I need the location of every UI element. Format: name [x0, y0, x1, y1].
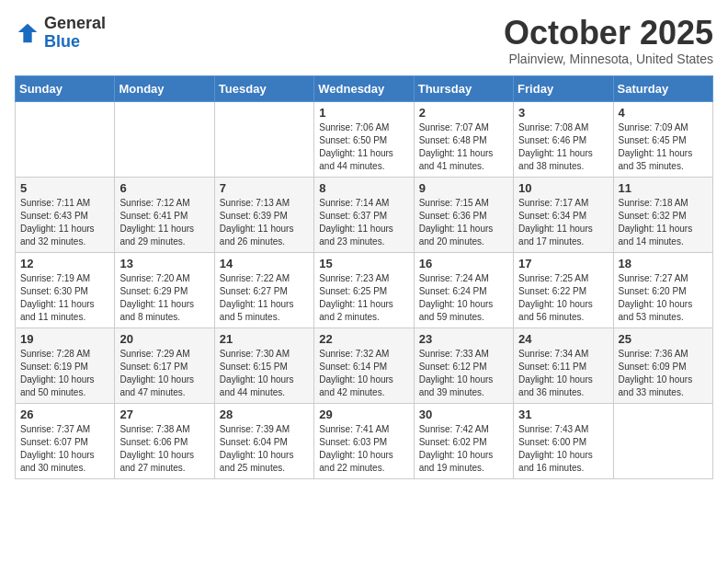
calendar-cell	[613, 403, 712, 478]
day-info: Sunrise: 7:19 AM Sunset: 6:30 PM Dayligh…	[20, 272, 109, 324]
day-number: 10	[518, 181, 608, 195]
day-number: 22	[319, 332, 408, 346]
weekday-header-saturday: Saturday	[613, 75, 712, 101]
day-number: 6	[119, 181, 209, 195]
day-info: Sunrise: 7:07 AM Sunset: 6:48 PM Dayligh…	[419, 121, 508, 173]
day-number: 25	[619, 332, 708, 346]
day-number: 20	[119, 332, 209, 346]
calendar-cell: 1Sunrise: 7:06 AM Sunset: 6:50 PM Daylig…	[314, 101, 414, 177]
weekday-header-sunday: Sunday	[16, 75, 115, 101]
calendar-cell: 16Sunrise: 7:24 AM Sunset: 6:24 PM Dayli…	[414, 252, 513, 327]
day-info: Sunrise: 7:28 AM Sunset: 6:19 PM Dayligh…	[20, 348, 109, 399]
day-number: 19	[20, 332, 109, 346]
day-number: 14	[220, 257, 309, 270]
calendar-cell: 28Sunrise: 7:39 AM Sunset: 6:04 PM Dayli…	[214, 403, 313, 478]
day-number: 29	[319, 408, 408, 421]
calendar-table: SundayMondayTuesdayWednesdayThursdayFrid…	[15, 75, 713, 479]
weekday-header-friday: Friday	[514, 75, 613, 101]
day-number: 5	[20, 181, 109, 195]
calendar-cell: 20Sunrise: 7:29 AM Sunset: 6:17 PM Dayli…	[115, 327, 214, 403]
title-block: October 2025 Plainview, Minnesota, Unite…	[504, 15, 713, 66]
day-number: 2	[419, 106, 508, 120]
day-info: Sunrise: 7:13 AM Sunset: 6:39 PM Dayligh…	[220, 197, 309, 248]
weekday-header-monday: Monday	[115, 75, 214, 101]
day-number: 26	[20, 408, 109, 421]
day-number: 16	[419, 257, 508, 270]
day-number: 23	[419, 332, 508, 346]
calendar-week-row: 1Sunrise: 7:06 AM Sunset: 6:50 PM Daylig…	[16, 101, 713, 177]
calendar-cell	[214, 101, 313, 177]
day-info: Sunrise: 7:23 AM Sunset: 6:25 PM Dayligh…	[319, 272, 408, 324]
calendar-cell: 24Sunrise: 7:34 AM Sunset: 6:11 PM Dayli…	[514, 327, 613, 403]
calendar-cell: 12Sunrise: 7:19 AM Sunset: 6:30 PM Dayli…	[16, 252, 115, 327]
calendar-cell: 2Sunrise: 7:07 AM Sunset: 6:48 PM Daylig…	[414, 101, 513, 177]
day-info: Sunrise: 7:06 AM Sunset: 6:50 PM Dayligh…	[319, 121, 408, 173]
calendar-cell: 27Sunrise: 7:38 AM Sunset: 6:06 PM Dayli…	[115, 403, 214, 478]
day-number: 17	[518, 257, 608, 270]
calendar-cell: 11Sunrise: 7:18 AM Sunset: 6:32 PM Dayli…	[613, 177, 712, 252]
day-info: Sunrise: 7:09 AM Sunset: 6:45 PM Dayligh…	[619, 121, 708, 173]
day-number: 30	[419, 408, 508, 421]
day-info: Sunrise: 7:20 AM Sunset: 6:29 PM Dayligh…	[119, 272, 209, 324]
calendar-cell: 8Sunrise: 7:14 AM Sunset: 6:37 PM Daylig…	[314, 177, 414, 252]
day-info: Sunrise: 7:41 AM Sunset: 6:03 PM Dayligh…	[319, 423, 408, 475]
calendar-cell: 19Sunrise: 7:28 AM Sunset: 6:19 PM Dayli…	[16, 327, 115, 403]
page-header: General Blue October 2025 Plainview, Min…	[15, 15, 713, 66]
calendar-cell: 3Sunrise: 7:08 AM Sunset: 6:46 PM Daylig…	[514, 101, 613, 177]
calendar-cell: 25Sunrise: 7:36 AM Sunset: 6:09 PM Dayli…	[613, 327, 712, 403]
weekday-header-thursday: Thursday	[414, 75, 513, 101]
day-info: Sunrise: 7:18 AM Sunset: 6:32 PM Dayligh…	[619, 197, 708, 248]
calendar-cell	[115, 101, 214, 177]
calendar-cell: 13Sunrise: 7:20 AM Sunset: 6:29 PM Dayli…	[115, 252, 214, 327]
day-info: Sunrise: 7:25 AM Sunset: 6:22 PM Dayligh…	[518, 272, 608, 324]
weekday-header-row: SundayMondayTuesdayWednesdayThursdayFrid…	[16, 75, 713, 101]
day-info: Sunrise: 7:43 AM Sunset: 6:00 PM Dayligh…	[518, 423, 608, 475]
calendar-cell: 30Sunrise: 7:42 AM Sunset: 6:02 PM Dayli…	[414, 403, 513, 478]
day-info: Sunrise: 7:34 AM Sunset: 6:11 PM Dayligh…	[518, 348, 608, 399]
logo-icon	[15, 20, 40, 46]
day-info: Sunrise: 7:17 AM Sunset: 6:34 PM Dayligh…	[518, 197, 608, 248]
day-number: 12	[20, 257, 109, 270]
calendar-cell	[16, 101, 115, 177]
day-info: Sunrise: 7:30 AM Sunset: 6:15 PM Dayligh…	[220, 348, 309, 399]
day-info: Sunrise: 7:27 AM Sunset: 6:20 PM Dayligh…	[619, 272, 708, 324]
logo-general-text: General	[44, 15, 106, 33]
day-info: Sunrise: 7:12 AM Sunset: 6:41 PM Dayligh…	[119, 197, 209, 248]
calendar-cell: 7Sunrise: 7:13 AM Sunset: 6:39 PM Daylig…	[214, 177, 313, 252]
calendar-cell: 14Sunrise: 7:22 AM Sunset: 6:27 PM Dayli…	[214, 252, 313, 327]
day-info: Sunrise: 7:39 AM Sunset: 6:04 PM Dayligh…	[220, 423, 309, 475]
day-info: Sunrise: 7:22 AM Sunset: 6:27 PM Dayligh…	[220, 272, 309, 324]
day-info: Sunrise: 7:36 AM Sunset: 6:09 PM Dayligh…	[619, 348, 708, 399]
day-info: Sunrise: 7:33 AM Sunset: 6:12 PM Dayligh…	[419, 348, 508, 399]
calendar-location: Plainview, Minnesota, United States	[504, 52, 713, 66]
weekday-header-tuesday: Tuesday	[214, 75, 313, 101]
day-number: 1	[319, 106, 408, 120]
day-number: 28	[220, 408, 309, 421]
day-number: 8	[319, 181, 408, 195]
calendar-cell: 15Sunrise: 7:23 AM Sunset: 6:25 PM Dayli…	[314, 252, 414, 327]
calendar-week-row: 5Sunrise: 7:11 AM Sunset: 6:43 PM Daylig…	[16, 177, 713, 252]
calendar-week-row: 26Sunrise: 7:37 AM Sunset: 6:07 PM Dayli…	[16, 403, 713, 478]
day-number: 4	[619, 106, 708, 120]
day-number: 13	[119, 257, 209, 270]
day-info: Sunrise: 7:24 AM Sunset: 6:24 PM Dayligh…	[419, 272, 508, 324]
calendar-cell: 26Sunrise: 7:37 AM Sunset: 6:07 PM Dayli…	[16, 403, 115, 478]
day-info: Sunrise: 7:11 AM Sunset: 6:43 PM Dayligh…	[20, 197, 109, 248]
day-number: 21	[220, 332, 309, 346]
weekday-header-wednesday: Wednesday	[314, 75, 414, 101]
day-info: Sunrise: 7:15 AM Sunset: 6:36 PM Dayligh…	[419, 197, 508, 248]
day-number: 31	[518, 408, 608, 421]
calendar-cell: 22Sunrise: 7:32 AM Sunset: 6:14 PM Dayli…	[314, 327, 414, 403]
day-number: 7	[220, 181, 309, 195]
day-number: 15	[319, 257, 408, 270]
calendar-week-row: 12Sunrise: 7:19 AM Sunset: 6:30 PM Dayli…	[16, 252, 713, 327]
day-info: Sunrise: 7:29 AM Sunset: 6:17 PM Dayligh…	[119, 348, 209, 399]
calendar-week-row: 19Sunrise: 7:28 AM Sunset: 6:19 PM Dayli…	[16, 327, 713, 403]
logo: General Blue	[15, 15, 106, 52]
calendar-cell: 31Sunrise: 7:43 AM Sunset: 6:00 PM Dayli…	[514, 403, 613, 478]
calendar-cell: 21Sunrise: 7:30 AM Sunset: 6:15 PM Dayli…	[214, 327, 313, 403]
calendar-cell: 23Sunrise: 7:33 AM Sunset: 6:12 PM Dayli…	[414, 327, 513, 403]
day-info: Sunrise: 7:37 AM Sunset: 6:07 PM Dayligh…	[20, 423, 109, 475]
calendar-cell: 10Sunrise: 7:17 AM Sunset: 6:34 PM Dayli…	[514, 177, 613, 252]
calendar-cell: 6Sunrise: 7:12 AM Sunset: 6:41 PM Daylig…	[115, 177, 214, 252]
